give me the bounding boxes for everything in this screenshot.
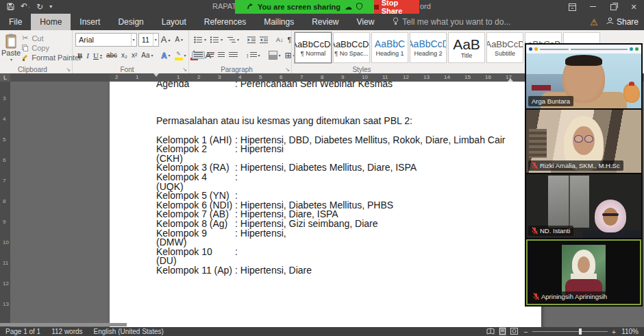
align-left-button[interactable] (192, 51, 205, 59)
style-heading-2[interactable]: AaBbCcDHeading 2 (410, 32, 447, 63)
zoom-out-button[interactable]: − (523, 328, 528, 336)
horizontal-scrollbar[interactable] (0, 323, 127, 326)
warning-icon[interactable]: ⚠ (590, 17, 598, 27)
redo-button[interactable]: ↻ (36, 3, 43, 11)
text-effects-button[interactable]: A▾ (160, 51, 173, 60)
highlight-button[interactable]: ✎▾ (173, 50, 188, 61)
read-mode-icon[interactable] (486, 328, 495, 336)
paste-button[interactable]: Paste ▾ (1, 32, 21, 63)
tab-mailings[interactable]: Mailings (255, 14, 303, 30)
strikethrough-button[interactable]: abc (104, 51, 119, 60)
sort-button[interactable]: A↓ (274, 36, 286, 44)
line-spacing-button[interactable]: ↕▾ (244, 51, 262, 60)
save-icon[interactable] (7, 3, 14, 12)
tab-layout[interactable]: Layout (153, 14, 195, 30)
document-text[interactable]: Agenda : Perencanaan Seri Webinar Kesmas… (156, 82, 528, 275)
quick-access-toolbar: ↶▾ ↻ ▾ (0, 2, 52, 12)
list-item: Kelompok 3 (RA): Hipertensi, Diabetes Me… (156, 163, 528, 173)
align-center-icon (207, 52, 214, 58)
clipboard-dialog-launcher[interactable]: ↘ (66, 67, 71, 73)
word-count[interactable]: 112 words (51, 328, 82, 335)
list-item: Kelompok 2 (CKH): Hipertensi (156, 145, 528, 163)
language-status[interactable]: English (United States) (94, 328, 164, 335)
style-subtitle[interactable]: AaBbCcDSubtitle (486, 32, 523, 63)
undo-button[interactable]: ↶▾ (21, 2, 30, 12)
ruler-number: 10 (3, 239, 9, 245)
font-dialog-launcher[interactable]: ↘ (182, 67, 187, 73)
ruler-number: 16 (485, 74, 491, 80)
tab-review[interactable]: Review (303, 14, 347, 30)
minimize-button[interactable] (582, 0, 603, 14)
indent-icon (260, 36, 268, 43)
shading-button[interactable]: ▾ (267, 50, 283, 60)
zoom-thumb[interactable] (579, 328, 582, 335)
tab-file[interactable]: File (0, 14, 31, 30)
stop-share-button[interactable]: Stop Share (374, 0, 419, 14)
ruler-number: 2 (115, 74, 118, 80)
underline-button[interactable]: U▾ (91, 51, 104, 60)
numbering-button[interactable]: ▾ (208, 36, 225, 44)
tab-references[interactable]: References (195, 14, 255, 30)
rooster-graphic (623, 84, 640, 103)
justify-button[interactable] (227, 51, 240, 59)
vertical-ruler[interactable]: 34567891011121314 (0, 82, 10, 327)
zoom-level[interactable]: 110% (621, 328, 639, 335)
zoom-in-button[interactable]: + (612, 328, 616, 336)
screen-sharing-label: You are screen sharing (258, 3, 340, 11)
font-size-combobox[interactable]: 11 ▾ (138, 33, 159, 47)
shield-icon[interactable] (356, 3, 362, 11)
ruler-number: 6 (280, 74, 282, 80)
video-tile-apriningsih[interactable]: Apriningsih Apriningsih (526, 239, 641, 306)
multilevel-list-button[interactable]: ▾ (225, 36, 241, 44)
bullets-button[interactable]: ▾ (192, 36, 208, 44)
shrink-font-button[interactable]: A▼ (173, 35, 186, 44)
print-layout-icon[interactable] (499, 327, 506, 336)
paste-label: Paste (1, 49, 21, 57)
clipboard-icon (5, 34, 17, 49)
customize-qat-arrow[interactable]: ▾ (49, 3, 52, 11)
align-center-button[interactable] (205, 51, 216, 59)
undo-dropdown-arrow[interactable]: ▾ (28, 5, 30, 10)
style-heading-1[interactable]: AaBbCHeading 1 (371, 32, 408, 63)
style-normal[interactable]: AaBbCcDc¶ Normal (295, 32, 332, 63)
font-name-combobox[interactable]: Arial ▾ (75, 33, 137, 47)
clipboard-group: Paste ▾ ✂ Cut Copy Format Painter Clipbo… (0, 30, 73, 73)
share-button[interactable]: Share (606, 17, 639, 27)
bold-button[interactable]: B (75, 51, 84, 60)
multilevel-list-icon (227, 36, 236, 43)
change-case-button[interactable]: Aa▾ (139, 51, 155, 60)
paragraph-dialog-launcher[interactable]: ↘ (285, 67, 290, 73)
style-no-spacing[interactable]: AaBbCcDc¶ No Spac... (333, 32, 370, 63)
italic-button[interactable]: I (84, 51, 91, 60)
tab-design[interactable]: Design (109, 14, 152, 30)
page-count[interactable]: Page 1 of 1 (5, 328, 40, 335)
decrease-indent-button[interactable] (245, 36, 258, 44)
zoom-track[interactable] (532, 331, 608, 332)
font-name-dropdown-arrow[interactable]: ▾ (131, 34, 136, 46)
tab-stop-selector[interactable]: L (0, 73, 10, 82)
tab-insert[interactable]: Insert (71, 14, 109, 30)
ribbon-display-options-button[interactable] (562, 0, 582, 14)
video-tile-arga[interactable]: Arga Buntara (526, 45, 641, 108)
tab-home[interactable]: Home (31, 14, 71, 30)
close-button[interactable]: ✕ (623, 0, 644, 14)
cloud-icon[interactable]: ☁ (345, 3, 352, 12)
tab-view[interactable]: View (348, 14, 384, 30)
increase-indent-button[interactable] (258, 36, 270, 44)
align-right-button[interactable] (216, 51, 227, 59)
paste-dropdown-arrow[interactable]: ▾ (10, 57, 12, 62)
style-title[interactable]: AaBTitle (448, 32, 485, 63)
tell-me-box[interactable]: Tell me what you want to do... (383, 14, 510, 30)
restore-button[interactable] (603, 0, 623, 14)
document-page[interactable]: Agenda : Perencanaan Seri Webinar Kesmas… (110, 82, 541, 327)
subscript-button[interactable]: x₂ (119, 51, 129, 60)
first-line-indent-marker[interactable] (153, 73, 159, 77)
font-size-dropdown-arrow[interactable]: ▾ (153, 34, 158, 46)
web-layout-icon[interactable] (510, 328, 518, 336)
document-title-right: ord (420, 2, 431, 10)
superscript-button[interactable]: x² (129, 51, 139, 60)
video-tile-rizki[interactable]: Rizki Amalia, SKM., M.H.Sc (526, 110, 641, 173)
grow-font-button[interactable]: A▲ (159, 34, 173, 45)
view-switcher (486, 327, 518, 336)
video-tile-istanti[interactable]: ND. Istanti (526, 174, 641, 238)
